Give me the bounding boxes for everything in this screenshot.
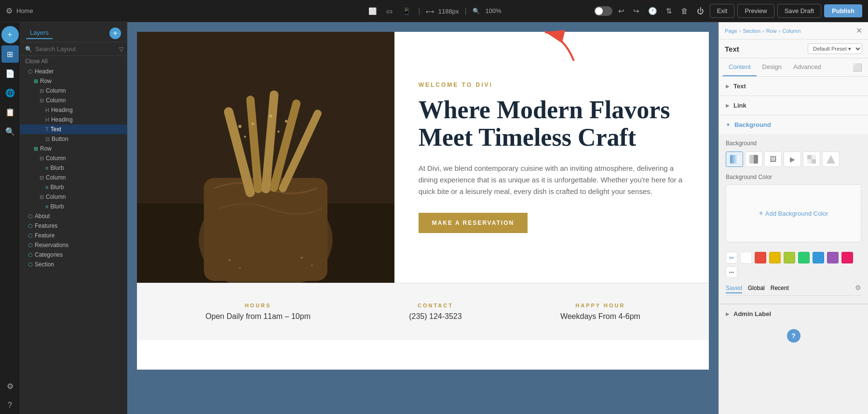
color-tab-settings-button[interactable]: ⚙ <box>855 284 861 293</box>
layers-tab[interactable]: Layers <box>26 27 53 39</box>
bg-type-mask-button[interactable] <box>822 152 840 167</box>
trash-button[interactable]: 🗑 <box>678 5 691 17</box>
publish-button[interactable]: Publish <box>824 4 862 17</box>
layer-item-feature[interactable]: ⬡ Feature <box>20 231 127 240</box>
layer-item-categories[interactable]: ⬡ Categories <box>20 250 127 260</box>
close-all-button[interactable]: Close All <box>20 56 127 67</box>
hero-section: WELCOME TO DIVI Where Modern Flavors Mee… <box>137 32 709 283</box>
panel-breadcrumb: Page › Section › Row › Column ✕ <box>719 22 868 40</box>
tab-design[interactable]: Design <box>757 58 787 76</box>
history-button[interactable]: 🕐 <box>645 5 660 17</box>
search-row: 🔍 ▽ <box>20 42 127 56</box>
layer-item-col5[interactable]: ⊟ Column <box>20 192 127 202</box>
color-tab-global[interactable]: Global <box>748 284 765 293</box>
layer-item-text1[interactable]: T Text <box>20 124 127 134</box>
background-color-box[interactable]: + Add Background Color <box>726 184 861 242</box>
history-side-button[interactable]: 📋 <box>1 103 19 121</box>
text-section-header[interactable]: ▶ Text <box>719 77 868 96</box>
global-button[interactable]: 🌐 <box>1 84 19 101</box>
color-tab-recent[interactable]: Recent <box>771 284 789 293</box>
color-tab-saved[interactable]: Saved <box>726 284 742 293</box>
bg-type-pattern-button[interactable] <box>803 152 820 167</box>
layer-item-blurb2[interactable]: ≡ Blurb <box>20 182 127 192</box>
preview-button[interactable]: Preview <box>737 4 774 18</box>
layer-item-features[interactable]: ⬡ Features <box>20 221 127 231</box>
swatch-green[interactable] <box>798 252 810 263</box>
layer-label-features: Features <box>35 222 57 229</box>
settings-side-button[interactable]: ⚙ <box>1 377 19 395</box>
exit-button[interactable]: Exit <box>710 4 735 18</box>
svg-rect-23 <box>749 155 754 164</box>
bg-type-color-button[interactable] <box>745 152 762 167</box>
background-section-header[interactable]: ▼ Background <box>719 115 868 134</box>
filter-button[interactable]: ▽ <box>119 46 123 53</box>
add-element-button[interactable]: + <box>1 26 19 43</box>
swatch-white[interactable] <box>740 252 752 263</box>
help-side-button[interactable]: ? <box>1 397 19 414</box>
layer-item-col2[interactable]: ⊟ Column <box>20 96 127 105</box>
swatch-pink[interactable] <box>841 252 853 263</box>
add-layer-button[interactable]: + <box>109 28 121 39</box>
link-section-header[interactable]: ▶ Link <box>719 96 868 115</box>
color-picker-button[interactable]: ✏ <box>726 252 737 263</box>
layer-item-row2[interactable]: ⊞ Row <box>20 144 127 153</box>
swatch-blue[interactable] <box>813 252 824 263</box>
layers-panel-button[interactable]: ⊞ <box>1 45 19 63</box>
preset-selector[interactable]: Default Preset ▾ <box>808 43 862 54</box>
search-layout-input[interactable] <box>35 45 116 53</box>
hero-cta-button[interactable]: MAKE A RESERVATION <box>419 213 528 233</box>
background-section: ▼ Background Background 🖼 ▶ <box>719 115 868 304</box>
tablet-view-button[interactable]: ▭ <box>384 5 394 17</box>
settings-icon-button[interactable]: ⚙ <box>6 6 13 15</box>
admin-label-header[interactable]: ▶ Admin Label <box>726 310 861 317</box>
layer-item-col3[interactable]: ⊟ Column <box>20 153 127 163</box>
panel-close-button[interactable]: ✕ <box>856 26 862 35</box>
text-section-arrow: ▶ <box>726 83 730 89</box>
layer-item-blurb3[interactable]: ≡ Blurb <box>20 202 127 211</box>
breadcrumb-column[interactable]: Column <box>782 28 800 34</box>
bg-type-gradient-button[interactable] <box>726 152 743 167</box>
swatch-lime[interactable] <box>784 252 795 263</box>
redo-button[interactable]: ↪ <box>630 5 642 17</box>
breadcrumb-row[interactable]: Row <box>766 28 777 34</box>
layer-item-section[interactable]: ⬡ Section <box>20 260 127 269</box>
tab-content[interactable]: Content <box>723 58 757 76</box>
layer-item-heading2[interactable]: H Heading <box>20 115 127 124</box>
layer-item-heading1[interactable]: H Heading <box>20 105 127 115</box>
add-background-color-button[interactable]: + Add Background Color <box>759 209 828 218</box>
help-button[interactable]: ? <box>787 329 800 343</box>
page-frame: WELCOME TO DIVI Where Modern Flavors Mee… <box>137 32 709 370</box>
swatch-red[interactable] <box>755 252 766 263</box>
save-draft-button[interactable]: Save Draft <box>777 4 821 18</box>
panel-layout-toggle[interactable]: ⬜ <box>851 61 864 74</box>
dark-mode-toggle[interactable] <box>594 6 612 16</box>
more-swatches-button[interactable]: ••• <box>726 266 737 278</box>
undo-button[interactable]: ↩ <box>615 5 627 17</box>
responsive-button[interactable]: ⇅ <box>663 5 675 17</box>
bg-type-video-button[interactable]: ▶ <box>784 152 801 167</box>
breadcrumb-page[interactable]: Page <box>725 28 737 34</box>
layer-item-col1[interactable]: ⊟ Column <box>20 86 127 96</box>
pages-button[interactable]: 📄 <box>1 65 19 82</box>
power-button[interactable]: ⏻ <box>694 5 707 17</box>
width-indicator: ⟷ 1188px <box>426 7 459 15</box>
layer-item-header[interactable]: ⬡ Header <box>20 67 127 76</box>
desktop-view-button[interactable]: ⬜ <box>366 5 379 17</box>
mobile-view-button[interactable]: 📱 <box>400 5 412 17</box>
svg-rect-21 <box>730 155 739 164</box>
layer-item-col4[interactable]: ⊟ Column <box>20 173 127 182</box>
layer-item-row1[interactable]: ⊞ Row <box>20 76 127 86</box>
swatch-purple[interactable] <box>827 252 839 263</box>
layer-item-button1[interactable]: ⊡ Button <box>20 134 127 144</box>
layer-item-reservations[interactable]: ⬡ Reservations <box>20 240 127 250</box>
breadcrumb-section[interactable]: Section <box>743 28 760 34</box>
swatch-yellow[interactable] <box>769 252 781 263</box>
layer-item-blurb1[interactable]: ≡ Blurb <box>20 163 127 173</box>
tab-advanced[interactable]: Advanced <box>787 58 827 76</box>
layer-item-about[interactable]: ⬡ About <box>20 211 127 221</box>
bg-type-image-button[interactable]: 🖼 <box>764 152 782 167</box>
footer-info-section: HOURS Open Daily from 11am – 10pm CONTAC… <box>137 283 709 340</box>
canvas-area: WELCOME TO DIVI Where Modern Flavors Mee… <box>127 22 719 414</box>
col-icon4: ⊟ <box>40 175 44 181</box>
search-side-button[interactable]: 🔍 <box>1 123 19 140</box>
